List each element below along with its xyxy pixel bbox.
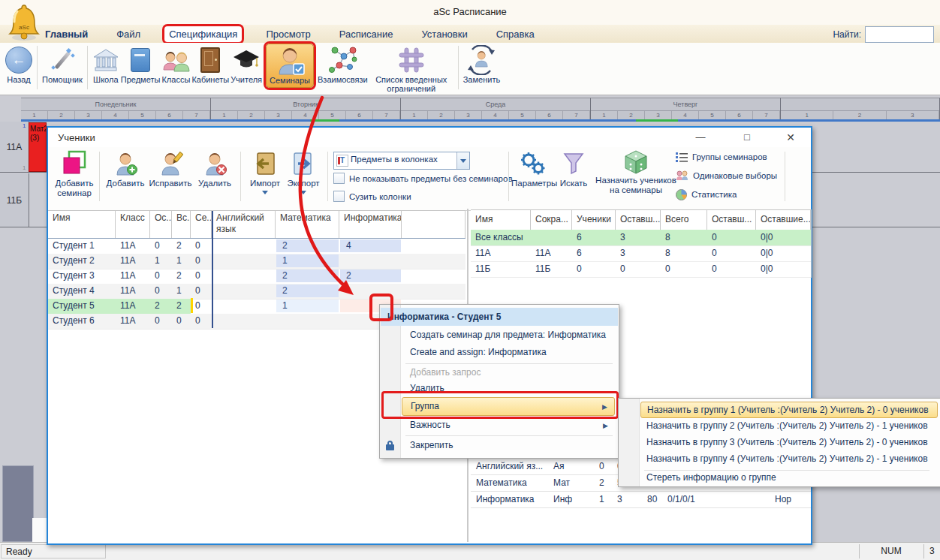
classes-col-header-2[interactable]: Ученики	[572, 210, 616, 230]
students-col-header-6[interactable]: Математика	[276, 211, 339, 238]
group-submenu-item-4[interactable]: Стереть информацию о группе	[640, 471, 938, 484]
find-button[interactable]: Искать	[556, 149, 591, 188]
add-student-button[interactable]: Добавить	[104, 149, 147, 188]
day-header-3: Четверг1234567	[591, 98, 781, 119]
class-cell: 6	[577, 232, 582, 242]
math-cell[interactable]: 2	[276, 285, 339, 297]
menu-item-4[interactable]: Расписание	[335, 26, 398, 42]
context-menu-item-6[interactable]: Закрепить	[402, 438, 615, 454]
class-row-2[interactable]: 11Б11Б00000|0	[471, 261, 811, 278]
seminar-groups-button[interactable]: Группы семинаров	[676, 149, 767, 165]
maximize-button[interactable]: □	[734, 129, 760, 146]
context-menu-item-5[interactable]: Важность▶	[402, 417, 615, 434]
classes-col-header-6[interactable]: Оставшие...	[756, 210, 811, 230]
menu-item-6[interactable]: Справка	[492, 26, 539, 42]
toolbar-button-constraints[interactable]: Список введенных ограничений	[369, 43, 453, 93]
group-submenu-item-3[interactable]: Назначить в группу 4 (Учитель :(Учитель …	[640, 451, 938, 468]
students-col-header-1[interactable]: Класс	[116, 211, 150, 238]
classes-col-header-4[interactable]: Всего	[661, 210, 707, 230]
toolbar-button-subjects[interactable]: Предметы	[121, 43, 161, 84]
student-row-2[interactable]: Студент 311А02022	[48, 269, 465, 285]
classes-col-header-5[interactable]: Оставш...	[707, 210, 756, 230]
class-cell: Все классы	[475, 232, 523, 242]
menu-item-0[interactable]: Главный	[41, 26, 92, 42]
toolbar-button-wizard[interactable]: Помощник	[42, 43, 83, 84]
minimize-button[interactable]: —	[688, 129, 713, 146]
menu-item-1[interactable]: Файл	[112, 26, 145, 42]
add-seminar-button[interactable]: Добавитьсеминар	[53, 149, 96, 198]
same-choices-button[interactable]: Одинаковые выборы	[676, 167, 777, 184]
menu-item-2[interactable]: Спецификация	[164, 26, 242, 42]
view-mode-dropdown[interactable]: ТПредметы в колонках	[333, 152, 470, 170]
toolbar-button-links[interactable]: Взаимосвязи	[318, 43, 368, 84]
import-button[interactable]: Импорт	[246, 149, 284, 194]
class-row-label-11b[interactable]: 11Б	[0, 173, 29, 227]
parameters-button[interactable]: Параметры	[511, 149, 553, 188]
classes-col-header-3[interactable]: Оставш...	[616, 210, 661, 230]
student-cell: 1	[155, 255, 160, 266]
assign-students-button[interactable]: Назначить учениковна семинары	[594, 149, 678, 195]
math-cell[interactable]: 2	[276, 269, 339, 282]
person-check-icon	[273, 46, 306, 76]
context-menu-item-3[interactable]: Удалить	[402, 381, 615, 397]
context-menu-item-0[interactable]: Создать семинар для предмета: Информатик…	[402, 327, 615, 345]
group-submenu-item-2[interactable]: Назначить в группу 3 (Учитель :(Учитель …	[640, 435, 938, 451]
toolbar-button-classes[interactable]: Классы	[161, 43, 190, 84]
math-cell[interactable]: 1	[276, 254, 339, 267]
students-col-header-5[interactable]: Английский язык	[212, 211, 276, 238]
group-submenu-item-0[interactable]: Назначить в группу 1 (Учитель :(Учитель …	[640, 402, 938, 418]
math-cell[interactable]: 2	[276, 239, 339, 252]
class-row-0[interactable]: Все классы63800|0	[471, 230, 811, 246]
students-col-header-0[interactable]: Имя	[48, 211, 116, 238]
toolbar-button-school[interactable]: Школа	[92, 43, 119, 84]
student-cell: 11А	[120, 240, 135, 251]
students-col-header-8[interactable]	[402, 211, 465, 238]
toolbar-button-back[interactable]: ←Назад	[5, 43, 32, 84]
student-row-3[interactable]: Студент 411А0102	[48, 284, 465, 300]
students-col-header-3[interactable]: Вс...	[172, 211, 191, 238]
toolbar-button-seminars[interactable]: Семинары	[266, 44, 314, 88]
toolbar-button-teachers[interactable]: Учителя	[230, 43, 262, 84]
menu-item-3[interactable]: Просмотр	[261, 26, 315, 42]
statistics-button[interactable]: Статистика	[676, 186, 737, 203]
menu-item-5[interactable]: Установки	[417, 26, 472, 42]
group-submenu-item-1[interactable]: Назначить в группу 2 (Учитель :(Учитель …	[640, 418, 938, 435]
context-menu-item-4[interactable]: Группа▶	[402, 397, 615, 416]
dialog-title-bar[interactable]: Ученики — □ ✕	[48, 128, 811, 147]
close-button[interactable]: ✕	[778, 129, 803, 146]
toolbar-button-cabinets[interactable]: Кабинеты	[191, 43, 229, 84]
edit-student-button[interactable]: Исправить	[147, 149, 194, 188]
context-menu-item-1[interactable]: Create and assign: Информатика	[402, 345, 615, 362]
assign-students-button-label: на семинары	[594, 185, 678, 195]
toolbar-button-replace[interactable]: Заменить	[463, 43, 500, 84]
student-row-1[interactable]: Студент 211А1101	[48, 254, 465, 269]
math-cell[interactable]: 1	[276, 300, 339, 312]
informatics-cell[interactable]: 4	[340, 239, 401, 252]
checkbox-icon[interactable]	[333, 173, 345, 184]
find-input[interactable]	[865, 26, 934, 43]
student-name: Студент 4	[53, 285, 95, 296]
toolbar-separator	[87, 46, 88, 89]
student-row-0[interactable]: Студент 111А02024	[48, 239, 465, 254]
menu-items: ГлавныйФайлСпецификацияПросмотрРасписани…	[41, 25, 539, 43]
informatics-cell[interactable]: 2	[340, 269, 401, 282]
timetable-green-segment	[636, 119, 678, 122]
toolbar-label-cabinets: Кабинеты	[191, 75, 229, 84]
checkbox-narrow-columns[interactable]: Сузить колонки	[333, 191, 411, 202]
students-col-header-4[interactable]: Се...	[191, 211, 212, 238]
checkbox-hide-subjects[interactable]: Не показывать предметы без семинаров	[333, 173, 513, 184]
frozen-divider-line	[212, 211, 213, 328]
lesson-card[interactable]: Мат2 (3)	[29, 122, 47, 172]
class-cell: 11А	[535, 248, 550, 258]
students-col-header-7[interactable]: Информатика	[339, 211, 402, 238]
classes-col-header-0[interactable]: Имя	[471, 210, 531, 230]
subject-row-3[interactable]: ИнформатикаИнф13800/1/0/1Нор	[471, 491, 811, 508]
delete-student-button[interactable]: Удалить	[194, 149, 236, 188]
class-cell: 8	[665, 248, 670, 258]
students-col-header-2[interactable]: Ос...	[150, 211, 172, 238]
classes-col-header-1[interactable]: Сокра...	[531, 210, 572, 230]
dropdown-button[interactable]	[456, 152, 469, 169]
checkbox-icon[interactable]	[333, 191, 345, 202]
class-row-1[interactable]: 11А11А63800|0	[471, 245, 811, 262]
export-button[interactable]: Экспорт	[284, 149, 323, 194]
